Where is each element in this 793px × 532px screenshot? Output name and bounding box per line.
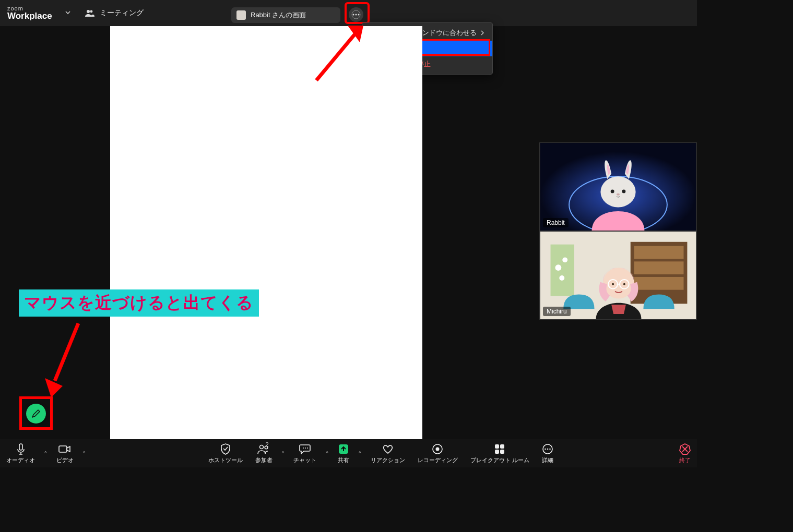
shield-icon [220,443,231,455]
annotation-text: マウスを近づけると出てくる [19,289,259,317]
svg-rect-44 [500,450,504,454]
audio-caret[interactable]: ^ [41,451,50,456]
audio-button[interactable]: オーディオ [0,439,41,467]
record-icon [432,443,443,455]
video-label: ビデオ [56,456,74,464]
svg-line-8 [55,323,78,381]
grid-icon [494,444,505,454]
svg-point-22 [555,264,561,271]
svg-marker-9 [45,378,63,397]
heart-icon [382,444,394,454]
end-label: 終了 [679,456,691,464]
recording-label: レコーディング [418,456,458,464]
share-label: 共有 [338,456,349,464]
svg-point-15 [617,194,620,196]
annotation-arrow [42,318,89,402]
participant-name: Rabbit [543,218,569,227]
svg-line-6 [316,33,356,80]
share-button[interactable]: 共有 [332,439,356,467]
svg-point-48 [549,448,551,450]
svg-point-37 [307,448,308,449]
participants-caret[interactable]: ^ [279,451,288,456]
participants-icon [85,9,95,17]
svg-rect-31 [19,444,22,450]
reactions-label: リアクション [371,456,405,464]
more-label: 詳細 [542,456,553,464]
share-caret[interactable]: ^ [356,451,364,456]
svg-point-13 [611,189,614,193]
app-brand[interactable]: zoom Workplace [7,6,52,20]
svg-rect-42 [500,444,504,449]
breakout-button[interactable]: ブレイクアウト ルーム [464,439,536,467]
participants-label: 参加者 [255,456,273,464]
chat-button[interactable]: チャット [287,439,323,467]
svg-point-23 [562,257,567,262]
meeting-tab-label: ミーティング [100,8,144,18]
brand-dropdown-caret[interactable] [65,8,71,18]
participant-tile[interactable]: Michiru [539,231,697,320]
breakout-label: ブレイクアウト ルーム [470,456,529,464]
avatar-rabbit [540,143,696,231]
video-button[interactable]: ビデオ [50,439,80,467]
more-horizontal-icon [542,443,553,455]
chat-icon [299,444,311,454]
svg-point-47 [547,448,548,450]
participants-count: 2 [266,441,269,448]
svg-rect-43 [495,450,499,454]
svg-point-29 [612,283,614,285]
svg-point-36 [305,448,306,449]
svg-point-12 [600,176,635,207]
microphone-icon [16,443,26,455]
meeting-toolbar: オーディオ ^ ビデオ ^ ホストツール 2 参加者 ^ チャット ^ 共有 ^… [0,439,697,467]
svg-point-1 [90,10,92,13]
svg-point-35 [303,448,304,449]
reactions-button[interactable]: リアクション [364,439,411,467]
participants-button[interactable]: 2 参加者 [249,439,279,467]
sharer-avatar [236,10,246,20]
video-caret[interactable]: ^ [80,451,89,456]
svg-point-0 [87,10,90,13]
chat-label: チャット [293,456,316,464]
svg-point-30 [623,283,625,285]
host-tools-label: ホストツール [208,456,243,464]
svg-rect-20 [634,277,684,290]
svg-rect-41 [495,444,499,449]
svg-point-33 [260,445,264,449]
annotation-highlight-box [19,396,53,430]
svg-point-24 [559,275,564,281]
svg-rect-32 [59,446,67,452]
audio-label: オーディオ [6,456,35,464]
recording-button[interactable]: レコーディング [411,439,464,467]
end-icon [679,443,691,455]
chat-caret[interactable]: ^ [323,451,332,456]
svg-point-14 [622,189,625,193]
end-button[interactable]: 終了 [673,439,697,467]
participant-name: Michiru [543,307,571,316]
annotation-arrow [311,20,374,83]
chevron-right-icon [480,29,485,37]
svg-rect-18 [634,246,684,259]
brand-workplace: Workplace [7,11,52,20]
share-icon [338,443,349,455]
svg-rect-19 [634,261,684,274]
host-tools-button[interactable]: ホストツール [202,439,249,467]
svg-rect-21 [551,245,574,296]
camera-icon [58,444,71,454]
sharing-indicator-label: Rabbit さんの画面 [251,10,306,20]
svg-point-40 [436,447,440,451]
shared-screen-content [110,26,422,439]
participant-tile[interactable]: Rabbit [539,142,697,231]
meeting-tab[interactable]: ミーティング [85,8,144,18]
avatar-michiru [540,232,696,319]
more-button[interactable]: 詳細 [536,439,560,467]
svg-point-46 [545,448,546,450]
